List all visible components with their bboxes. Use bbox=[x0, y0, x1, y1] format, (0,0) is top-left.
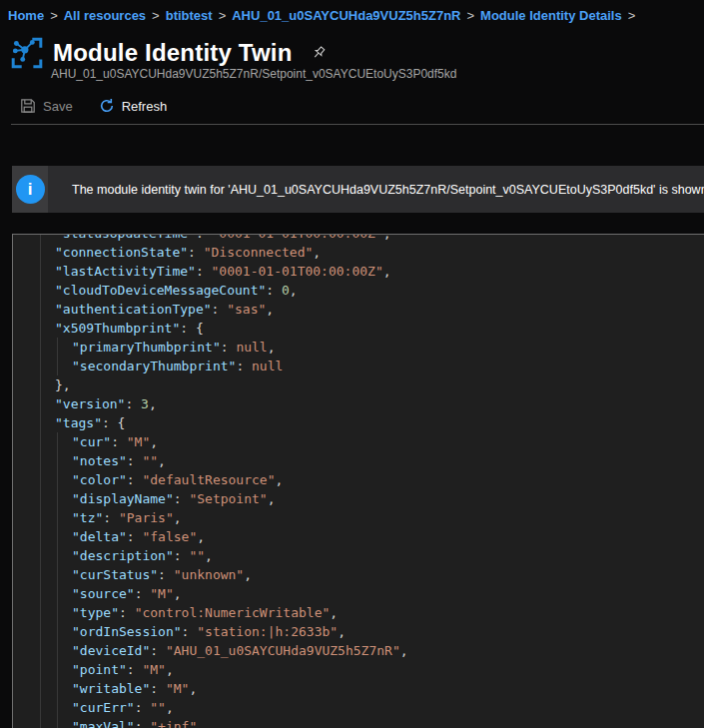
breadcrumb-separator: > bbox=[152, 8, 160, 23]
code-line: "cloudToDeviceMessageCount": 0, bbox=[13, 281, 704, 300]
code-line: "tz": "Paris", bbox=[13, 508, 704, 527]
refresh-label: Refresh bbox=[122, 99, 168, 114]
breadcrumb-separator: > bbox=[50, 8, 58, 23]
refresh-button[interactable]: Refresh bbox=[99, 98, 168, 114]
code-line: "deviceId": "AHU_01_u0SAYCUHda9VUZ5h5Z7n… bbox=[13, 641, 704, 660]
breadcrumb-link[interactable]: btibtest bbox=[166, 8, 213, 23]
code-line: "maxVal": "+inf", bbox=[13, 717, 704, 728]
code-line: "primaryThumbprint": null, bbox=[13, 338, 704, 357]
save-button[interactable]: Save bbox=[20, 98, 73, 114]
pin-icon[interactable] bbox=[311, 45, 327, 61]
page-title: Module Identity Twin bbox=[53, 39, 293, 67]
code-line: "description": "", bbox=[13, 546, 704, 565]
info-icon: i bbox=[16, 175, 45, 204]
code-line: "type": "control:NumericWritable", bbox=[13, 603, 704, 622]
code-line: "displayName": "Setpoint", bbox=[13, 489, 704, 508]
info-banner: i The module identity twin for 'AHU_01_u… bbox=[12, 166, 704, 213]
code-line: "color": "defaultResource", bbox=[13, 470, 704, 489]
code-line: "curStatus": "unknown", bbox=[13, 565, 704, 584]
code-line: "delta": "false", bbox=[13, 527, 704, 546]
code-line: "point": "M", bbox=[13, 660, 704, 679]
code-line: }, bbox=[13, 375, 704, 394]
code-line: "curErr": "", bbox=[13, 698, 704, 717]
json-editor[interactable]: "statusUpdateTime": "0001-01-01T00:00:00… bbox=[12, 234, 704, 728]
code-line: "notes": "", bbox=[13, 451, 704, 470]
breadcrumb-separator: > bbox=[467, 8, 475, 23]
page-header: Module Identity Twin bbox=[10, 36, 327, 70]
code-line: "tags": { bbox=[13, 413, 704, 432]
info-icon-box: i bbox=[12, 166, 48, 213]
module-twin-icon bbox=[10, 36, 44, 70]
code-line: "cur": "M", bbox=[13, 432, 704, 451]
save-label: Save bbox=[43, 99, 73, 114]
code-line: "x509Thumbprint": { bbox=[13, 319, 704, 338]
code-line: "authenticationType": "sas", bbox=[13, 300, 704, 319]
code-line: "lastActivityTime": "0001-01-01T00:00:00… bbox=[13, 262, 704, 281]
breadcrumb-link[interactable]: Home bbox=[8, 8, 44, 23]
code-line: "connectionState": "Disconnected", bbox=[13, 243, 704, 262]
breadcrumb-separator: > bbox=[219, 8, 227, 23]
save-icon bbox=[20, 98, 36, 114]
breadcrumb: Home>All resources>btibtest>AHU_01_u0SAY… bbox=[8, 8, 641, 23]
breadcrumb-link[interactable]: AHU_01_u0SAYCUHda9VUZ5h5Z7nR bbox=[232, 8, 460, 23]
breadcrumb-link[interactable]: All resources bbox=[64, 8, 146, 23]
editor-code[interactable]: "statusUpdateTime": "0001-01-01T00:00:00… bbox=[13, 234, 704, 728]
code-line: "version": 3, bbox=[13, 394, 704, 413]
page-subtitle: AHU_01_u0SAYCUHda9VUZ5h5Z7nR/Setpoint_v0… bbox=[51, 67, 456, 81]
code-line: "ordInSession": "station:|h:2633b", bbox=[13, 622, 704, 641]
code-line: "writable": "M", bbox=[13, 679, 704, 698]
toolbar-divider bbox=[11, 124, 704, 125]
banner-text: The module identity twin for 'AHU_01_u0S… bbox=[48, 166, 704, 213]
toolbar: Save Refresh bbox=[20, 98, 167, 114]
code-line: "source": "M", bbox=[13, 584, 704, 603]
code-line: "secondaryThumbprint": null bbox=[13, 357, 704, 375]
breadcrumb-separator: > bbox=[628, 8, 636, 23]
breadcrumb-link[interactable]: Module Identity Details bbox=[480, 8, 622, 23]
code-line: "statusUpdateTime": "0001-01-01T00:00:00… bbox=[13, 234, 704, 243]
refresh-icon bbox=[99, 98, 115, 114]
